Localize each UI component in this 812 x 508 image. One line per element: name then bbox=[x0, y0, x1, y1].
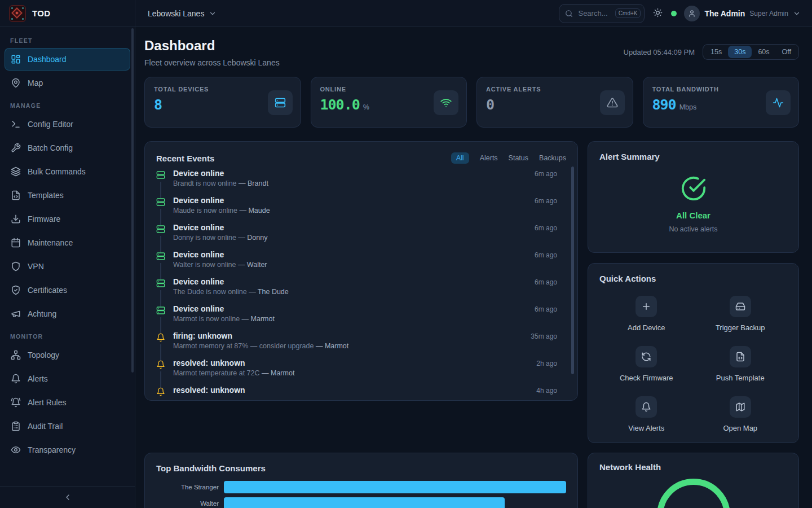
event-device: — Walter bbox=[238, 261, 267, 269]
event-row[interactable]: firing: unknown 35m ago Marmot memory at… bbox=[156, 331, 557, 358]
dashboard-icon bbox=[11, 54, 21, 64]
topbar: TOD Lebowski Lanes Cmd+K The Admin Super… bbox=[0, 0, 812, 27]
brand: TOD bbox=[0, 0, 135, 27]
sidebar-section-label: FLEET bbox=[10, 37, 125, 44]
theme-toggle-button[interactable] bbox=[652, 7, 664, 20]
sidebar-item-bulk-commands[interactable]: Bulk Commands bbox=[5, 160, 130, 183]
file-code-icon bbox=[11, 190, 21, 200]
server-icon bbox=[156, 170, 165, 179]
bandwidth-bars: The Stranger Walter bbox=[156, 481, 566, 508]
calendar-icon bbox=[11, 238, 21, 248]
event-row[interactable]: resolved: unknown 2h ago Marmot temperat… bbox=[156, 358, 557, 386]
event-time: 2h ago bbox=[536, 360, 557, 367]
nav-item-label: Batch Config bbox=[28, 143, 73, 152]
sidebar-collapse-button[interactable] bbox=[0, 486, 135, 508]
terminal-icon bbox=[11, 119, 21, 129]
refresh-option-15s[interactable]: 15s bbox=[704, 46, 728, 58]
page-title: Dashboard bbox=[144, 37, 280, 54]
event-row[interactable]: resolved: unknown 4h ago bbox=[156, 386, 557, 401]
event-row[interactable]: Device online 6m ago Marmot is now onlin… bbox=[156, 304, 557, 331]
sidebar-section-items: Dashboard Map bbox=[5, 48, 130, 94]
sidebar-item-maintenance[interactable]: Maintenance bbox=[5, 231, 130, 254]
refresh-option-30s[interactable]: 30s bbox=[728, 46, 752, 58]
main-content: Dashboard Fleet overview across Lebowski… bbox=[135, 27, 812, 508]
sidebar-item-alerts[interactable]: Alerts bbox=[5, 367, 130, 390]
event-device: — The Dude bbox=[249, 288, 289, 296]
network-icon bbox=[11, 350, 21, 360]
event-message: Marmot temperature at 72C bbox=[173, 369, 260, 377]
sidebar-item-firmware[interactable]: Firmware bbox=[5, 208, 130, 230]
app-window: TOD Lebowski Lanes Cmd+K The Admin Super… bbox=[0, 0, 812, 508]
sidebar-item-audit-trail[interactable]: Audit Trail bbox=[5, 415, 130, 437]
event-device: — Maude bbox=[239, 207, 270, 214]
event-row[interactable]: Device online 6m ago The Dude is now onl… bbox=[156, 277, 557, 304]
sidebar-item-dashboard[interactable]: Dashboard bbox=[5, 48, 130, 71]
refresh-icon bbox=[641, 352, 651, 362]
event-title: Device online bbox=[173, 196, 224, 205]
nav-item-label: Alerts bbox=[28, 374, 48, 383]
sidebar-item-templates[interactable]: Templates bbox=[5, 184, 130, 207]
quick-action-trigger-backup[interactable]: Trigger Backup bbox=[694, 296, 788, 332]
sidebar-item-topology[interactable]: Topology bbox=[5, 344, 130, 366]
chevron-left-icon bbox=[63, 493, 72, 502]
sidebar-section: FLEET Dashboard Map bbox=[5, 37, 130, 94]
events-tab-all[interactable]: All bbox=[451, 152, 469, 164]
quick-action-push-template[interactable]: Push Template bbox=[694, 346, 788, 382]
search-icon bbox=[565, 10, 573, 17]
nav-item-label: Dashboard bbox=[28, 55, 67, 64]
quick-action-label: View Alerts bbox=[628, 424, 664, 432]
search-input[interactable] bbox=[577, 8, 611, 18]
sidebar-scrollbar-thumb[interactable] bbox=[131, 28, 134, 373]
nav-item-label: Certificates bbox=[28, 286, 67, 295]
event-row[interactable]: Device online 6m ago Brandt is now onlin… bbox=[156, 169, 557, 196]
sidebar-item-vpn[interactable]: VPN bbox=[5, 255, 130, 278]
sidebar-item-batch-config[interactable]: Batch Config bbox=[5, 137, 130, 159]
network-health-gauge: 100 bbox=[657, 479, 730, 508]
bandwidth-row: Walter bbox=[156, 497, 566, 508]
stat-value: 890 bbox=[652, 97, 676, 113]
sidebar-item-certificates[interactable]: Certificates bbox=[5, 279, 130, 301]
event-row[interactable]: Device online 6m ago Donny is now online… bbox=[156, 223, 557, 250]
page-subtitle: Fleet overview across Lebowski Lanes bbox=[144, 57, 280, 68]
quick-action-open-map[interactable]: Open Map bbox=[694, 396, 788, 432]
fleet-selector[interactable]: Lebowski Lanes bbox=[144, 8, 220, 19]
event-time: 6m ago bbox=[535, 251, 557, 259]
user-menu[interactable]: The Admin Super Admin bbox=[684, 6, 801, 21]
topbar-main: Lebowski Lanes Cmd+K The Admin Super Adm… bbox=[135, 0, 812, 27]
refresh-option-off[interactable]: Off bbox=[776, 46, 797, 58]
events-tab-alerts[interactable]: Alerts bbox=[480, 152, 498, 164]
page-header: Dashboard Fleet overview across Lebowski… bbox=[144, 37, 799, 68]
stat-value: 100.0 bbox=[320, 97, 360, 113]
event-device: — Marmot bbox=[316, 342, 348, 350]
event-subtitle: The Dude is now online — The Dude bbox=[173, 288, 557, 296]
event-row[interactable]: Device online 6m ago Maude is now online… bbox=[156, 196, 557, 223]
quick-action-view-alerts[interactable]: View Alerts bbox=[599, 396, 694, 432]
events-scrollbar-thumb[interactable] bbox=[571, 167, 574, 374]
bell-icon bbox=[156, 360, 165, 369]
events-filter-tabs: AllAlertsStatusBackups bbox=[451, 152, 566, 164]
sidebar-section: MONITOR Topology Alerts Alert Rules Audi… bbox=[5, 333, 130, 461]
stat-unit: Mbps bbox=[679, 103, 697, 111]
search-box[interactable]: Cmd+K bbox=[559, 4, 645, 23]
download-icon bbox=[11, 214, 21, 224]
map-icon bbox=[735, 402, 745, 412]
nav-item-label: Transparency bbox=[28, 445, 76, 454]
bell-ring-icon bbox=[11, 397, 21, 408]
sidebar-item-achtung[interactable]: Achtung bbox=[5, 303, 130, 325]
event-device: — Brandt bbox=[239, 179, 268, 187]
quick-action-add-device[interactable]: Add Device bbox=[599, 296, 694, 332]
event-row[interactable]: Device online 6m ago Walter is now onlin… bbox=[156, 250, 557, 277]
server-icon bbox=[156, 306, 165, 315]
sidebar-item-config-editor[interactable]: Config Editor bbox=[5, 113, 130, 135]
event-title: firing: unknown bbox=[173, 331, 232, 340]
sidebar-item-map[interactable]: Map bbox=[5, 72, 130, 94]
event-message: Maude is now online bbox=[173, 207, 237, 214]
quick-action-check-firmware[interactable]: Check Firmware bbox=[599, 346, 694, 382]
sun-icon bbox=[653, 8, 663, 17]
events-tab-backups[interactable]: Backups bbox=[539, 152, 566, 164]
recent-events-panel: Recent Events AllAlertsStatusBackups Dev… bbox=[144, 141, 578, 401]
sidebar-item-alert-rules[interactable]: Alert Rules bbox=[5, 391, 130, 414]
events-tab-status[interactable]: Status bbox=[509, 152, 528, 164]
sidebar-item-transparency[interactable]: Transparency bbox=[5, 439, 130, 461]
refresh-option-60s[interactable]: 60s bbox=[752, 46, 775, 58]
